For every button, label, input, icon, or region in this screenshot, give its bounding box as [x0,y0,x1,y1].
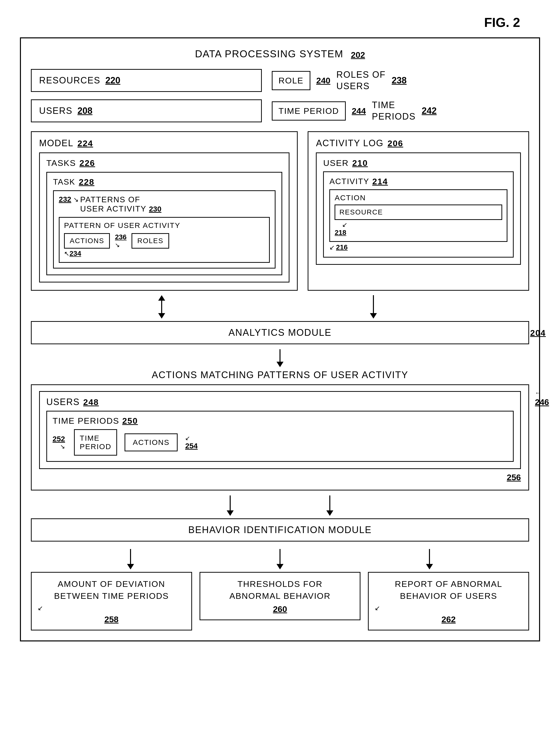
role-desc-line2: USERS [336,81,386,91]
user-label: USER [323,158,348,168]
patterns-line2: USER ACTIVITY [80,204,146,213]
main-label: DATA PROCESSING SYSTEM [195,48,343,60]
bottom-row: AMOUNT OF DEVIATION BETWEEN TIME PERIODS… [31,572,529,631]
behavior-box: BEHAVIOR IDENTIFICATION MODULE [31,518,529,542]
tasks-label-row: TASKS 226 [46,158,282,168]
task-container: TASK 228 232 ↘ PAT [46,172,282,275]
arrow-to-matching [31,349,529,367]
activity-container: ACTIVITY LOG 206 USER 210 ACTIVITY 214 [308,131,529,291]
resource-number: 218 [335,229,502,237]
am-ref-246: ← 246 [535,389,549,407]
users-inner: USERS 248 TIME PERIODS 250 252 ↘ [39,391,521,469]
matching-bottom-number: 256 [507,472,521,482]
resources-number: 220 [105,75,120,86]
time-period-actions-row: 252 ↘ TIME PERIOD ACTIONS ↙ 2 [53,429,507,455]
model-container: MODEL 224 TASKS 226 TASK 228 [31,131,298,291]
report-text-line2: BEHAVIOR OF USERS [375,590,522,602]
main-container: DATA PROCESSING SYSTEM 202 RESOURCES 220… [20,37,540,641]
time-period-desc: TIME PERIODS [372,100,416,122]
resources-label: RESOURCES [39,75,100,86]
time-period-number: 244 [352,106,366,116]
actions-roles-row: ACTIONS 236 ↘ ROLES [64,233,264,249]
arrows-to-analytics [31,295,529,319]
actions-small-box: ACTIONS [64,233,110,249]
deviation-box: AMOUNT OF DEVIATION BETWEEN TIME PERIODS… [31,572,192,631]
time-period-box: TIME PERIOD [74,429,117,455]
resource-container: RESOURCE [335,205,502,220]
roles-number: 234 [69,250,81,257]
actions-matching-container: USERS 248 TIME PERIODS 250 252 ↘ [31,384,529,490]
time-period-ref-number: 252 [53,435,65,443]
action-container: ACTION RESOURCE ↙ 218 [329,189,507,242]
activity2-label: ACTIVITY [329,177,369,186]
actions-ref: ↙ 254 [185,435,198,450]
activity2-number: 214 [372,177,388,186]
role-number: 240 [316,76,331,85]
resource-label: RESOURCE [339,208,383,216]
time-periods-inner-label-row: TIME PERIODS 250 [53,416,507,426]
deviation-text-line1: AMOUNT OF DEVIATION [38,578,185,590]
activity2-label-row: ACTIVITY 214 [329,177,507,186]
tasks-number: 226 [79,158,95,168]
time-periods-inner-number: 250 [122,416,138,426]
actions-number: 236 [115,233,126,241]
time-periods-number: 242 [422,106,437,116]
time-periods-desc-line1: TIME [372,100,416,110]
actions-number-block: 236 ↘ [115,233,126,249]
actions-ref-number: 254 [185,442,198,450]
task-number: 228 [79,177,95,187]
time-periods-inner-label: TIME PERIODS [53,416,119,426]
tasks-container: TASKS 226 TASK 228 232 ↘ [39,152,289,283]
actions-matching-label: ACTIONS MATCHING PATTERNS OF USER ACTIVI… [31,370,529,380]
role-inner-box: ROLE [272,71,311,90]
activity-log-label: ACTIVITY LOG [316,138,383,148]
deviation-text-line2: BETWEEN TIME PERIODS [38,590,185,602]
pattern-inner: PATTERN OF USER ACTIVITY ACTIONS 236 ↘ R… [59,217,270,263]
resources-box: RESOURCES 220 [31,69,262,92]
am-number-246: 246 [535,397,549,407]
task-label: TASK [53,177,75,187]
activity2-container: ACTIVITY 214 ACTION RESOURCE ↙ 218 [323,171,514,258]
model-label-row: MODEL 224 [39,138,289,148]
role-desc-line1: ROLES OF [336,69,386,80]
report-text-line1: REPORT OF ABNORMAL [375,578,522,590]
time-period-box-label-line1: TIME [80,434,100,442]
arrows-to-behavior [31,495,529,516]
thresholds-text-line2: ABNORMAL BEHAVIOR [206,590,354,602]
time-periods-desc-line2: PERIODS [372,111,416,122]
actions-matching-section: USERS 248 TIME PERIODS 250 252 ↘ [31,384,529,490]
roles-small-box: ROLES [132,233,169,249]
main-number: 202 [351,50,365,60]
users-inner-label: USERS [46,397,80,407]
action-label: ACTION [335,193,502,202]
arrows-to-outputs [31,549,529,569]
patterns-outer: 232 ↘ PATTERNS OF USER ACTIVITY [53,190,276,268]
time-period-box-label-line2: PERIOD [80,443,111,451]
top-row: RESOURCES 220 ROLE 240 ROLES OF USERS 23… [31,69,529,92]
patterns-ref-number: 232 ↘ [59,195,79,204]
user-container: USER 210 ACTIVITY 214 ACTION RESOURCE [316,152,521,265]
analytics-number: 204 [530,328,546,338]
users-number: 208 [78,106,93,116]
report-number: 262 [375,614,522,624]
matching-bottom-number-row: 256 [39,472,521,482]
activity-log-number: 206 [387,139,403,148]
user-label-row: USER 210 [323,158,514,168]
tasks-label: TASKS [46,158,76,168]
task-label-row: TASK 228 [53,177,276,187]
patterns-title-block: PATTERNS OF USER ACTIVITY 230 [80,195,161,213]
patterns-number: 230 [149,205,161,213]
role-desc-number: 238 [392,75,406,86]
resource-outer-number: 216 [336,243,348,251]
role-desc: ROLES OF USERS [336,69,386,91]
fig-title: FIG. 2 [20,15,540,30]
users-label: USERS [39,106,73,116]
role-group: ROLE 240 ROLES OF USERS 238 [272,69,529,92]
arrow-down-right [370,295,377,319]
patterns-line1: PATTERNS OF [80,195,140,204]
time-period-group: TIME PERIOD 244 TIME PERIODS 242 [272,99,529,122]
users-inner-label-row: USERS 248 [46,397,514,407]
second-row: USERS 208 TIME PERIOD 244 TIME PERIODS 2… [31,99,529,122]
activity-log-label-row: ACTIVITY LOG 206 [316,138,521,148]
analytics-label: ANALYTICS MODULE [228,327,331,338]
